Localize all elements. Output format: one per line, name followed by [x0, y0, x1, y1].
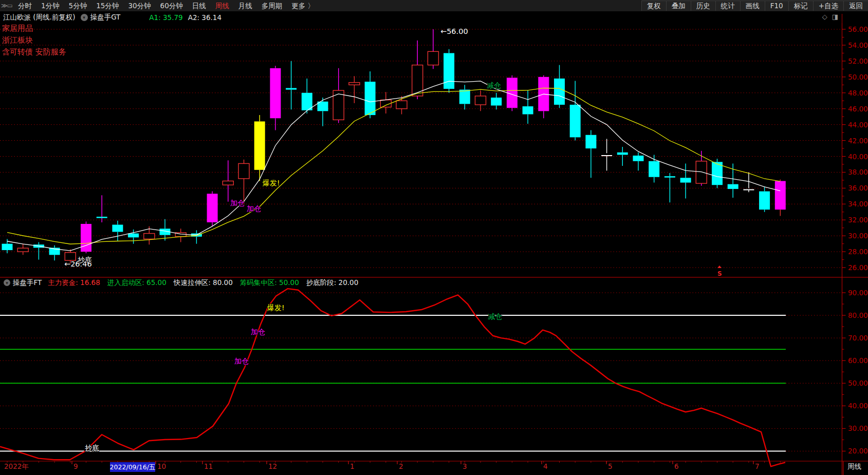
candle	[17, 248, 28, 252]
candle	[775, 181, 786, 210]
toolbar-actions: 复权叠加历史统计画线F10标记+自选返回	[641, 0, 868, 11]
candle	[523, 106, 533, 114]
price-axis-label: 50.00	[848, 73, 868, 81]
candle	[223, 181, 233, 185]
candle	[97, 217, 107, 218]
period-tab[interactable]: 30分钟	[123, 0, 155, 11]
price-axis-label: 46.00	[848, 105, 868, 113]
indicator-name[interactable]: 操盘手FT	[13, 278, 42, 288]
indicator-stat: 进入启动区: 65.00	[107, 278, 167, 288]
month-label: 5	[608, 462, 613, 470]
candle	[475, 96, 486, 105]
month-label: 2	[399, 462, 403, 470]
price-axis-label: 44.00	[848, 121, 868, 129]
collapse-panel-icon[interactable]: ≫▭	[0, 2, 13, 9]
candle	[570, 105, 581, 137]
period-tab[interactable]: 5分钟	[64, 0, 92, 11]
candle	[238, 163, 249, 178]
period-tab[interactable]: 日线	[188, 0, 211, 11]
sector-label[interactable]: 含可转债 安防服务	[2, 47, 66, 57]
price-axis-label: 36.00	[848, 184, 868, 192]
indicator-stat: 快速拉伸区: 80.00	[174, 278, 233, 288]
year-label: 2022年	[4, 462, 29, 470]
chart-annotation: ←26.46	[64, 260, 92, 268]
indicator-axis-label: 20.00	[848, 447, 868, 455]
chart-annotation: 爆发!	[262, 179, 280, 187]
chevron-down-icon[interactable]: ▾	[81, 14, 88, 21]
indicator-axis-label: 40.00	[848, 402, 868, 410]
toolbar-button[interactable]: 返回	[843, 1, 868, 11]
indicator-axis-label: 50.00	[848, 379, 868, 387]
indicator-axis-label: 80.00	[848, 311, 868, 319]
period-toolbar: ≫▭ 分时1分钟5分钟15分钟30分钟60分钟日线周线月线多周期更多 〉 复权叠…	[0, 0, 868, 11]
sector-label[interactable]: 家居用品	[2, 24, 33, 33]
candle	[396, 101, 407, 108]
toolbar-button[interactable]: +自选	[813, 1, 843, 11]
diamond-marker-icon[interactable]: ◇	[822, 13, 827, 21]
price-axis-label: 48.00	[848, 89, 868, 97]
candle	[696, 161, 707, 183]
candle	[728, 184, 738, 189]
month-label: 11	[204, 462, 213, 470]
kline-chart-svg[interactable]: 56.0054.0052.0050.0048.0046.0044.0042.00…	[0, 23, 868, 475]
candle	[428, 51, 438, 65]
candle	[128, 234, 139, 238]
main-indicator-name[interactable]: 操盘手GT	[90, 13, 121, 22]
toolbar-button[interactable]: 历史	[691, 1, 715, 11]
candle	[207, 194, 218, 222]
sector-label[interactable]: 浙江板块	[2, 35, 33, 45]
title-bar: 江山欧派 (周线.前复权) ▾ 操盘手GT A1: 35.79 A2: 36.1…	[0, 11, 868, 23]
toolbar-button[interactable]: 复权	[641, 1, 666, 11]
chart-annotation: 减仓	[488, 312, 502, 320]
candle	[302, 93, 312, 110]
period-tab[interactable]: 分时	[13, 0, 36, 11]
candle	[459, 90, 470, 104]
period-tab[interactable]: 更多 〉	[287, 0, 319, 11]
candle	[65, 253, 76, 260]
month-label: 6	[674, 462, 679, 470]
period-tab[interactable]: 多周期	[257, 0, 287, 11]
period-tab[interactable]: 1分钟	[36, 0, 64, 11]
chart-annotation: 减仓	[487, 81, 501, 89]
period-tab[interactable]: 月线	[234, 0, 257, 11]
split-layout-icon[interactable]: ◨	[832, 13, 838, 21]
period-tab[interactable]: 60分钟	[156, 0, 188, 11]
candle	[112, 225, 123, 232]
price-axis-label: 28.00	[848, 248, 868, 256]
candle	[2, 244, 13, 250]
candle	[633, 156, 644, 161]
chevron-down-icon[interactable]: ▾	[4, 279, 10, 286]
toolbar-button[interactable]: 统计	[715, 1, 740, 11]
price-axis-label: 54.00	[848, 41, 868, 49]
toolbar-button[interactable]: 叠加	[666, 1, 691, 11]
candle	[270, 68, 281, 118]
ma-fast-line	[7, 81, 780, 251]
sell-marker-arrow-icon	[717, 265, 722, 268]
trading-terminal: ≫▭ 分时1分钟5分钟15分钟30分钟60分钟日线周线月线多周期更多 〉 复权叠…	[0, 0, 868, 475]
period-tab[interactable]: 周线	[211, 0, 234, 11]
price-axis-label: 34.00	[848, 200, 868, 208]
indicator-axis-label: 30.00	[848, 424, 868, 432]
price-axis-label: 40.00	[848, 153, 868, 161]
chart-annotation: 加仓	[234, 357, 249, 365]
period-tabs: 分时1分钟5分钟15分钟30分钟60分钟日线周线月线多周期更多 〉	[13, 0, 319, 11]
toolbar-button[interactable]: 标记	[788, 1, 813, 11]
chart-annotation: 加仓	[247, 204, 261, 213]
candle	[585, 135, 596, 148]
price-axis-label: 38.00	[848, 168, 868, 176]
toolbar-button[interactable]: 画线	[740, 1, 765, 11]
selected-date-label: 2022/09/16/五	[110, 463, 156, 471]
toolbar-button[interactable]: F10	[765, 1, 788, 11]
indicator-stat: 主力资金: 16.68	[48, 278, 100, 288]
candle	[144, 234, 155, 239]
candle	[286, 88, 297, 89]
indicator-header: ▾ 操盘手FT 主力资金: 16.68进入启动区: 65.00快速拉伸区: 80…	[0, 278, 863, 288]
indicator-stats: 主力资金: 16.68进入启动区: 65.00快速拉伸区: 80.00筹码集中区…	[48, 278, 365, 288]
month-label: 9	[73, 462, 78, 470]
candle	[81, 224, 91, 252]
candle	[554, 79, 565, 105]
period-corner-label: 周线	[847, 462, 861, 470]
month-label: 7	[755, 462, 760, 470]
period-tab[interactable]: 15分钟	[91, 0, 123, 11]
indicator-axis-label: 90.00	[848, 289, 868, 297]
